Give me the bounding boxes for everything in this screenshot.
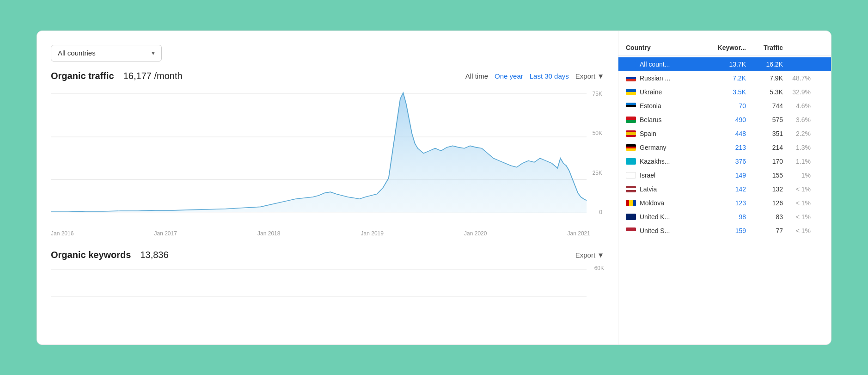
cell-country: Germany — [626, 144, 709, 151]
country-name: Israel — [640, 172, 655, 179]
keywords-section: Organic keywords 13,836 Export ▼ — [51, 245, 604, 260]
table-row[interactable]: Estonia 70 744 4.6% — [618, 99, 831, 113]
table-row[interactable]: All count... 13.7K 16.2K — [618, 57, 831, 71]
table-row[interactable]: Israel 149 155 1% — [618, 168, 831, 182]
organic-traffic-value: 16,177 /month — [123, 71, 183, 81]
cell-country: Estonia — [626, 102, 709, 110]
y-label-50k: 50K — [593, 130, 604, 136]
cell-keywords: 490 — [709, 116, 746, 123]
cell-country: All count... — [626, 61, 709, 68]
table-row[interactable]: Russian ... 7.2K 7.9K 48.7% — [618, 71, 831, 85]
country-select-input[interactable]: All countries Russia Ukraine Estonia Bel… — [58, 49, 155, 57]
cell-keywords: 70 — [709, 102, 746, 110]
x-label-jan2017: Jan 2017 — [154, 230, 177, 237]
left-panel: All countries Russia Ukraine Estonia Bel… — [37, 31, 618, 344]
cell-keywords: 7.2K — [709, 74, 746, 82]
table-row[interactable]: United S... 159 77 < 1% — [618, 224, 831, 238]
cell-traffic: 155 — [746, 172, 783, 179]
country-dropdown[interactable]: All countries Russia Ukraine Estonia Bel… — [51, 45, 162, 61]
cell-percent: < 1% — [783, 199, 811, 207]
col-percent — [783, 44, 811, 51]
filter-all-time[interactable]: All time — [465, 72, 488, 80]
cell-keywords: 376 — [709, 158, 746, 165]
cell-keywords: 448 — [709, 130, 746, 137]
table-row[interactable]: Ukraine 3.5K 5.3K 32.9% — [618, 85, 831, 99]
country-name: Kazakhs... — [640, 158, 670, 165]
country-name: Latvia — [640, 185, 657, 193]
traffic-export-button[interactable]: Export ▼ — [575, 72, 604, 80]
x-label-jan2021: Jan 2021 — [568, 230, 590, 237]
cell-percent: 1.1% — [783, 158, 811, 165]
table-row[interactable]: United K... 98 83 < 1% — [618, 210, 831, 224]
filter-one-year[interactable]: One year — [495, 72, 523, 80]
country-name: United S... — [640, 227, 670, 234]
cell-percent: < 1% — [783, 227, 811, 234]
y-axis-labels: 75K 50K 25K 0 — [593, 89, 604, 218]
keywords-y-label: 60K — [594, 265, 604, 271]
keywords-export-button[interactable]: Export ▼ — [575, 251, 604, 259]
country-name: Estonia — [640, 102, 661, 110]
cell-country: Russian ... — [626, 74, 709, 82]
col-country: Country — [626, 44, 709, 51]
table-row[interactable]: Germany 213 214 1.3% — [618, 141, 831, 154]
country-name: Ukraine — [640, 88, 662, 96]
y-label-0: 0 — [593, 209, 604, 215]
traffic-header: Organic traffic 16,177 /month All time O… — [51, 71, 604, 81]
cell-keywords: 142 — [709, 185, 746, 193]
table-row[interactable]: Spain 448 351 2.2% — [618, 127, 831, 141]
cell-traffic: 132 — [746, 185, 783, 193]
table-row[interactable]: Kazakhs... 376 170 1.1% — [618, 154, 831, 168]
x-label-jan2020: Jan 2020 — [464, 230, 487, 237]
cell-traffic: 214 — [746, 144, 783, 151]
keywords-chart-container: 60K — [51, 265, 604, 302]
cell-keywords: 3.5K — [709, 88, 746, 96]
cell-percent: < 1% — [783, 213, 811, 221]
cell-keywords: 13.7K — [709, 61, 746, 68]
cell-traffic: 83 — [746, 213, 783, 221]
keywords-export-chevron-icon: ▼ — [597, 251, 604, 259]
country-name: Spain — [640, 130, 656, 137]
traffic-chart-svg — [51, 89, 604, 218]
cell-keywords: 213 — [709, 144, 746, 151]
flag-icon — [626, 130, 636, 137]
flag-icon — [626, 214, 636, 220]
time-filters: All time One year Last 30 days Export ▼ — [465, 72, 604, 80]
table-row[interactable]: Moldova 123 126 < 1% — [618, 196, 831, 210]
flag-icon — [626, 200, 636, 206]
flag-icon — [626, 61, 636, 68]
country-name: Moldova — [640, 199, 664, 207]
y-label-75k: 75K — [593, 91, 604, 97]
flag-icon — [626, 158, 636, 165]
filter-last-30-days[interactable]: Last 30 days — [530, 72, 569, 80]
keywords-export-label: Export — [575, 251, 595, 259]
organic-keywords-value: 13,836 — [140, 250, 168, 260]
flag-icon — [626, 144, 636, 151]
cell-country: United K... — [626, 213, 709, 221]
col-keywords: Keywor... — [709, 44, 746, 51]
cell-traffic: 126 — [746, 199, 783, 207]
organic-traffic-title: Organic traffic — [51, 71, 114, 81]
cell-keywords: 98 — [709, 213, 746, 221]
cell-keywords: 159 — [709, 227, 746, 234]
cell-percent: 1.3% — [783, 144, 811, 151]
organic-keywords-title: Organic keywords — [51, 250, 131, 260]
cell-percent: 1% — [783, 172, 811, 179]
cell-country: Israel — [626, 172, 709, 179]
table-row[interactable]: Belarus 490 575 3.6% — [618, 113, 831, 127]
keywords-chart-svg — [51, 265, 604, 297]
cell-traffic: 77 — [746, 227, 783, 234]
cell-traffic: 7.9K — [746, 74, 783, 82]
cell-percent: 32.9% — [783, 88, 811, 96]
x-axis-labels: Jan 2016 Jan 2017 Jan 2018 Jan 2019 Jan … — [51, 227, 604, 237]
cell-traffic: 351 — [746, 130, 783, 137]
cell-percent: < 1% — [783, 185, 811, 193]
cell-traffic: 575 — [746, 116, 783, 123]
flag-icon — [626, 75, 636, 81]
cell-country: Latvia — [626, 185, 709, 193]
cell-country: Spain — [626, 130, 709, 137]
table-row[interactable]: Latvia 142 132 < 1% — [618, 182, 831, 196]
traffic-chart-container: 75K 50K 25K 0 — [51, 89, 604, 218]
table-body: All count... 13.7K 16.2K Russian ... 7.2… — [618, 57, 831, 238]
flag-icon — [626, 186, 636, 192]
y-label-25k: 25K — [593, 170, 604, 176]
